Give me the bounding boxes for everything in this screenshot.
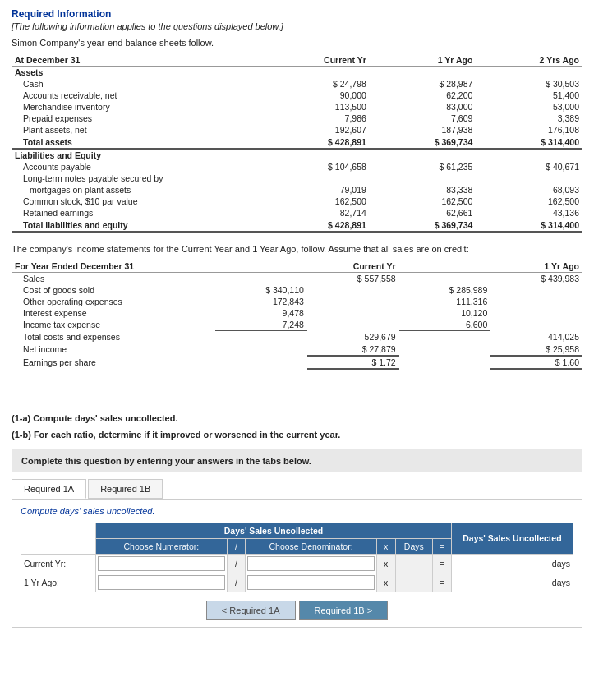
is-label-sales: Sales xyxy=(12,273,215,285)
days-col-x: x xyxy=(376,538,395,554)
bs-label-total-assets: Total assets xyxy=(12,136,263,150)
bs-row-common-stock: Common stock, $10 par value 162,500 162,… xyxy=(12,196,582,207)
days-days-current xyxy=(395,554,433,573)
is-label-eps: Earnings per share xyxy=(12,356,215,369)
next-button[interactable]: Required 1B > xyxy=(299,601,389,620)
days-equals-1yr: = xyxy=(433,573,452,592)
tab-content-1a: Compute days' sales uncollected. Days' S… xyxy=(12,500,582,628)
bs-label-retained: Retained earnings xyxy=(12,207,263,219)
days-row-1yr: 1 Yr Ago: / x = days xyxy=(21,573,573,592)
bs-label-ar: Accounts receivable, net xyxy=(12,90,263,101)
days-equals-current: = xyxy=(433,554,452,573)
is-row-other-op: Other operating expenses 172,843 111,316 xyxy=(12,296,582,307)
days-col-days: Days xyxy=(395,538,433,554)
bs-cash-1yr: $ 28,987 xyxy=(370,78,477,90)
bs-row-retained: Retained earnings 82,714 62,661 43,136 xyxy=(12,207,582,219)
days-denominator-1yr[interactable] xyxy=(246,573,376,592)
days-col-slash: / xyxy=(227,538,246,554)
is-row-net-income: Net income $ 27,879 $ 25,958 xyxy=(12,343,582,356)
nav-buttons: < Required 1A Required 1B > xyxy=(21,601,573,620)
is-label-other-op: Other operating expenses xyxy=(12,296,215,307)
bs-cash-2yr: $ 30,503 xyxy=(476,78,582,90)
is-col-cur-indent xyxy=(215,260,307,273)
bs-row-ap: Accounts payable $ 104,658 $ 61,235 $ 40… xyxy=(12,161,582,173)
is-label-cogs: Cost of goods sold xyxy=(12,284,215,296)
bs-col-1yr: 1 Yr Ago xyxy=(370,54,477,67)
days-unit-1yr: days xyxy=(552,578,570,587)
section-subtitle: [The following information applies to th… xyxy=(12,21,582,31)
days-col-equals: = xyxy=(433,538,452,554)
bs-row-ltnp-header: Long-term notes payable secured by xyxy=(12,173,582,184)
days-col-denominator: Choose Denominator: xyxy=(246,538,376,554)
days-numerator-current[interactable] xyxy=(96,554,227,573)
days-header-title: Days' Sales Uncollected xyxy=(96,523,452,538)
bs-col-current: Current Yr xyxy=(263,54,370,67)
bs-row-prepaid: Prepaid expenses 7,986 7,609 3,389 xyxy=(12,113,582,124)
is-col-1yr-indent xyxy=(399,260,491,273)
income-intro: The company's income statements for the … xyxy=(12,244,582,254)
days-denominator-current-input[interactable] xyxy=(247,556,374,571)
bs-row-total-liabilities: Total liabilities and equity $ 428,891 $… xyxy=(12,219,582,233)
bs-label-cash: Cash xyxy=(12,78,263,90)
bs-label-ltnp: mortgages on plant assets xyxy=(12,184,263,196)
bs-label-plant: Plant assets, net xyxy=(12,124,263,136)
tab-required-1b[interactable]: Required 1B xyxy=(88,479,163,499)
days-denominator-1yr-input[interactable] xyxy=(247,575,374,590)
tab-required-1a[interactable]: Required 1A xyxy=(12,479,86,499)
is-row-total-costs: Total costs and expenses 529,679 414,025 xyxy=(12,331,582,343)
days-denominator-current[interactable] xyxy=(246,554,376,573)
is-label-net-income: Net income xyxy=(12,343,215,356)
question-1b: (1-b) For each ratio, determine if it im… xyxy=(12,430,582,440)
tab-description: Compute days' sales uncollected. xyxy=(21,506,573,516)
is-row-interest: Interest expense 9,478 10,120 xyxy=(12,307,582,319)
bs-row-ltnp: mortgages on plant assets 79,019 83,338 … xyxy=(12,184,582,196)
q1b-bold: (1-b) For each ratio, determine if it im… xyxy=(12,430,340,440)
days-col-numerator: Choose Numerator: xyxy=(96,538,227,554)
bs-row-total-assets: Total assets $ 428,891 $ 369,734 $ 314,4… xyxy=(12,136,582,150)
days-row-current: Current Yr: / x = days xyxy=(21,554,573,573)
bs-cash-current: $ 24,798 xyxy=(263,78,370,90)
liabilities-header: Liabilities and Equity xyxy=(12,149,582,161)
is-col-label: For Year Ended December 31 xyxy=(12,260,215,273)
bs-row-cash: Cash $ 24,798 $ 28,987 $ 30,503 xyxy=(12,78,582,90)
days-sales-table: Days' Sales Uncollected Days' Sales Unco… xyxy=(21,523,573,592)
days-slash-current: / xyxy=(227,554,246,573)
is-row-tax: Income tax expense 7,248 6,600 xyxy=(12,319,582,331)
bs-col-label: At December 31 xyxy=(12,54,263,67)
is-label-tax: Income tax expense xyxy=(12,319,215,331)
bs-row-plant: Plant assets, net 192,607 187,938 176,10… xyxy=(12,124,582,136)
is-row-cogs: Cost of goods sold $ 340,110 $ 285,989 xyxy=(12,284,582,296)
bs-label-ap: Accounts payable xyxy=(12,161,263,173)
is-row-sales: Sales $ 557,558 $ 439,983 xyxy=(12,273,582,285)
bs-label-inventory: Merchandise inventory xyxy=(12,101,263,113)
days-slash-1yr: / xyxy=(227,573,246,592)
days-row-empty xyxy=(21,523,96,554)
days-numerator-1yr-input[interactable] xyxy=(98,575,224,590)
days-label-1yr: 1 Yr Ago: xyxy=(21,573,96,592)
days-result-header: Days' Sales Uncollected xyxy=(451,523,573,554)
prev-button[interactable]: < Required 1A xyxy=(206,601,296,620)
section-title: Required Information xyxy=(12,8,582,20)
days-unit-current: days xyxy=(552,559,570,569)
question-1a: (1-a) Compute days' sales uncollected. xyxy=(12,413,582,423)
bs-col-2yr: 2 Yrs Ago xyxy=(476,54,582,67)
assets-header: Assets xyxy=(12,67,582,79)
days-x-current: x xyxy=(376,554,395,573)
days-numerator-1yr[interactable] xyxy=(96,573,227,592)
is-label-interest: Interest expense xyxy=(12,307,215,319)
bs-label-total-liabilities: Total liabilities and equity xyxy=(12,219,263,233)
bs-label-ltnp-header: Long-term notes payable secured by xyxy=(12,173,263,184)
tabs-container: Required 1A Required 1B xyxy=(12,479,582,500)
bs-row-inventory: Merchandise inventory 113,500 83,000 53,… xyxy=(12,101,582,113)
is-label-total-costs: Total costs and expenses xyxy=(12,331,215,343)
instruction-box: Complete this question by entering your … xyxy=(12,449,582,472)
is-row-eps: Earnings per share $ 1.72 $ 1.60 xyxy=(12,356,582,369)
income-statement-table: For Year Ended December 31 Current Yr 1 … xyxy=(12,260,582,370)
days-numerator-current-input[interactable] xyxy=(98,556,224,571)
section-description: Simon Company's year-end balance sheets … xyxy=(12,38,582,48)
bs-label-prepaid: Prepaid expenses xyxy=(12,113,263,124)
q1a-bold: (1-a) Compute days' sales uncollected. xyxy=(12,413,178,423)
balance-sheet-table: At December 31 Current Yr 1 Yr Ago 2 Yrs… xyxy=(12,54,582,233)
bs-row-ar: Accounts receivable, net 90,000 62,200 5… xyxy=(12,90,582,101)
days-result-1yr: days xyxy=(451,573,573,592)
